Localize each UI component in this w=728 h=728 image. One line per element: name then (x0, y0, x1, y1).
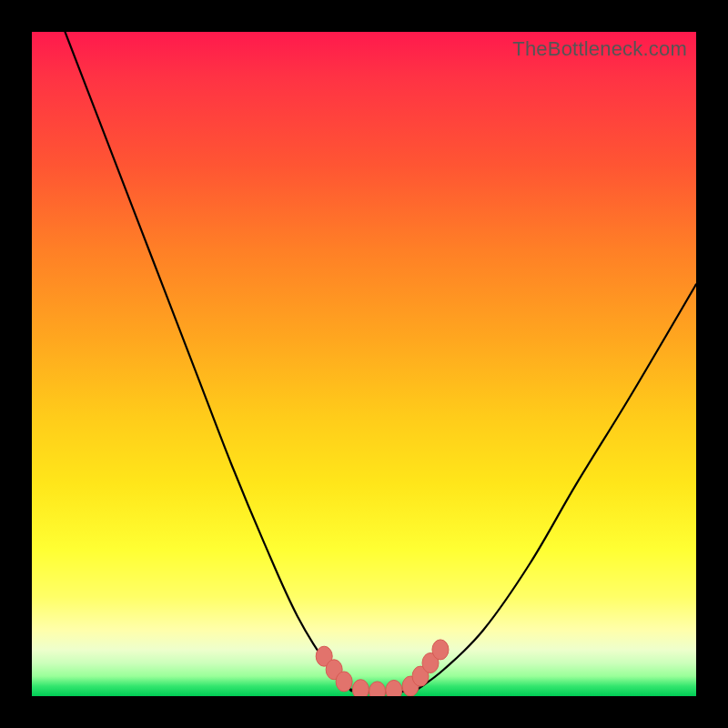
valley-marker (369, 682, 386, 696)
valley-marker (386, 680, 402, 696)
valley-marker (432, 640, 449, 660)
bottleneck-curve (32, 32, 696, 696)
valley-marker (352, 680, 369, 696)
chart-frame: TheBottleneck.com (0, 0, 728, 728)
valley-markers-group (316, 640, 449, 696)
plot-area: TheBottleneck.com (32, 32, 696, 696)
valley-marker (336, 672, 352, 692)
curve-path (66, 32, 697, 693)
